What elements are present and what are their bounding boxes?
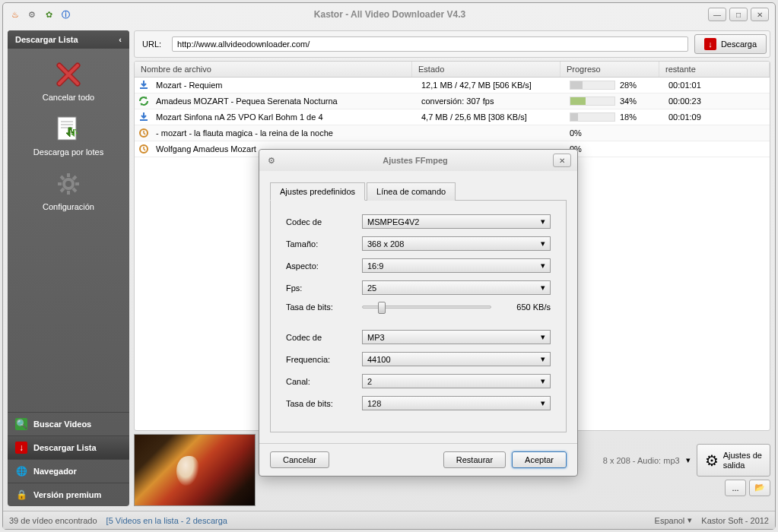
nav-premium[interactable]: 🔒 Versión premium bbox=[8, 483, 129, 506]
status-found: 39 de vídeo encontrado bbox=[9, 516, 97, 525]
sidebar-header: Descargar Lista ‹ bbox=[8, 30, 129, 49]
audio-bitrate-select[interactable]: 128▾ bbox=[362, 396, 551, 410]
globe-icon: 🌐 bbox=[15, 465, 27, 477]
window-title: Kastor - All Video Downloader V4.3 bbox=[71, 9, 708, 20]
chevron-down-icon: ▾ bbox=[687, 515, 692, 525]
output-settings-button[interactable]: ⚙ Ajustes de salida bbox=[697, 444, 770, 476]
channel-select[interactable]: 2▾ bbox=[362, 374, 551, 388]
collapse-icon[interactable]: ‹ bbox=[119, 35, 122, 44]
chevron-down-icon: ▾ bbox=[541, 217, 545, 226]
dialog-cancel-button[interactable]: Cancelar bbox=[270, 451, 329, 468]
cell-remaining bbox=[662, 131, 770, 135]
aspect-label: Aspecto: bbox=[286, 261, 354, 271]
table-row[interactable]: Amadeus MOZART - Pequea Serenata Nocturn… bbox=[135, 93, 770, 109]
cell-name: Mozart - Requiem bbox=[150, 79, 415, 91]
nav-download-list[interactable]: ↓ Descargar Lista bbox=[8, 435, 129, 459]
nav-download-label: Descargar Lista bbox=[33, 443, 97, 452]
puzzle-icon[interactable]: ✿ bbox=[43, 8, 55, 21]
sidebar: Descargar Lista ‹ Cancelar todo Descarga… bbox=[8, 30, 129, 506]
cell-progress: 0% bbox=[564, 127, 662, 139]
cell-state bbox=[415, 131, 564, 135]
gear-icon[interactable]: ⚙ bbox=[26, 8, 38, 21]
video-codec-label: Codec de bbox=[286, 217, 354, 226]
cancel-icon bbox=[53, 59, 84, 90]
row-status-icon bbox=[138, 96, 150, 106]
chevron-down-icon: ▾ bbox=[541, 283, 545, 293]
flame-icon[interactable]: ♨ bbox=[9, 8, 21, 21]
dialog-close-button[interactable]: ✕ bbox=[553, 154, 571, 167]
audio-codec-select[interactable]: MP3▾ bbox=[362, 330, 551, 344]
minimize-button[interactable]: — bbox=[708, 8, 726, 21]
cell-state: 12,1 MB / 42,7 MB [506 KB/s] bbox=[415, 79, 564, 91]
aspect-select[interactable]: 16:9▾ bbox=[362, 258, 551, 273]
cell-progress: 28% bbox=[564, 79, 662, 91]
url-input[interactable] bbox=[172, 36, 688, 52]
nav-browser-label: Navegador bbox=[33, 467, 77, 476]
row-status-icon bbox=[138, 112, 150, 122]
more-button[interactable]: ... bbox=[725, 480, 746, 496]
frequency-label: Frequencia: bbox=[286, 355, 354, 364]
table-row[interactable]: - mozart - la flauta magica - la reina d… bbox=[135, 125, 770, 141]
download-arrow-icon: ↓ bbox=[704, 38, 716, 50]
batch-download-button[interactable]: Descarga por lotes bbox=[30, 111, 106, 160]
table-row[interactable]: Mozart Sinfona nA 25 VPO Karl Bohm 1 de … bbox=[135, 109, 770, 125]
video-bitrate-slider[interactable] bbox=[362, 306, 491, 309]
nav-browser[interactable]: 🌐 Navegador bbox=[8, 459, 129, 483]
chevron-down-icon: ▾ bbox=[541, 332, 545, 342]
cell-progress: 18% bbox=[564, 111, 662, 123]
language-selector[interactable]: Espanol ▾ bbox=[655, 515, 693, 525]
cancel-all-label: Cancelar todo bbox=[43, 93, 95, 102]
titlebar: ♨ ⚙ ✿ ⓘ Kastor - All Video Downloader V4… bbox=[3, 3, 775, 26]
fps-label: Fps: bbox=[286, 283, 354, 293]
size-select[interactable]: 368 x 208▾ bbox=[362, 236, 551, 251]
cell-remaining: 00:01:09 bbox=[662, 111, 770, 123]
nav-search-videos[interactable]: 🔍 Buscar Videos bbox=[8, 412, 129, 435]
close-button[interactable]: ✕ bbox=[751, 8, 769, 21]
svg-point-1 bbox=[64, 179, 73, 188]
cell-name: Amadeus MOZART - Pequea Serenata Nocturn… bbox=[150, 95, 415, 107]
open-folder-button[interactable]: 📂 bbox=[749, 480, 770, 496]
gear-icon: ⚙ bbox=[705, 451, 719, 470]
col-header-remaining[interactable]: restante bbox=[659, 62, 770, 77]
maximize-button[interactable]: □ bbox=[729, 8, 748, 21]
audio-bitrate-label: Tasa de bits: bbox=[286, 399, 354, 408]
dialog-restore-button[interactable]: Restaurar bbox=[443, 451, 506, 468]
video-bitrate-value: 650 KB/s bbox=[497, 302, 551, 312]
download-icon: ↓ bbox=[15, 442, 27, 454]
col-header-progress[interactable]: Progreso bbox=[560, 62, 659, 77]
ffmpeg-settings-dialog: ⚙ Ajustes FFmpeg ✕ Ajustes predefinidos … bbox=[259, 149, 578, 477]
url-bar: URL: ↓ Descarga bbox=[134, 30, 770, 58]
frequency-select[interactable]: 44100▾ bbox=[362, 352, 551, 366]
chevron-down-icon: ▾ bbox=[541, 239, 545, 249]
channel-label: Canal: bbox=[286, 377, 354, 386]
cell-remaining bbox=[662, 147, 770, 150]
dialog-gear-icon: ⚙ bbox=[265, 154, 278, 166]
download-button[interactable]: ↓ Descarga bbox=[694, 34, 767, 54]
dialog-accept-button[interactable]: Aceptar bbox=[512, 451, 567, 468]
fps-select[interactable]: 25▾ bbox=[362, 280, 551, 295]
col-header-name[interactable]: Nombre de archivo bbox=[135, 62, 412, 77]
slider-thumb[interactable] bbox=[378, 302, 386, 314]
col-header-state[interactable]: Estado bbox=[412, 62, 560, 77]
batch-icon bbox=[53, 114, 84, 144]
tab-presets[interactable]: Ajustes predefinidos bbox=[270, 182, 365, 201]
batch-label: Descarga por lotes bbox=[33, 147, 103, 157]
cell-name: - mozart - la flauta magica - la reina d… bbox=[150, 127, 415, 139]
search-icon: 🔍 bbox=[15, 418, 27, 430]
preview-thumbnail[interactable] bbox=[134, 434, 256, 506]
table-row[interactable]: Mozart - Requiem12,1 MB / 42,7 MB [506 K… bbox=[135, 78, 770, 93]
info-icon[interactable]: ⓘ bbox=[59, 8, 71, 21]
config-gear-icon bbox=[53, 169, 84, 199]
cell-remaining: 00:01:01 bbox=[662, 79, 770, 91]
output-format-text: 8 x 208 - Audio: mp3 bbox=[603, 456, 680, 465]
tab-cmdline[interactable]: Línea de comando bbox=[367, 182, 456, 201]
folder-icon: 📂 bbox=[754, 483, 765, 492]
lock-icon: 🔒 bbox=[15, 489, 27, 501]
status-copyright: Kastor Soft - 2012 bbox=[701, 516, 769, 525]
config-button[interactable]: Configuración bbox=[40, 166, 97, 214]
format-dropdown-icon[interactable]: ▾ bbox=[683, 455, 694, 465]
cell-state: conversión: 307 fps bbox=[415, 95, 564, 107]
video-codec-select[interactable]: MSMPEG4V2▾ bbox=[362, 214, 551, 229]
cancel-all-button[interactable]: Cancelar todo bbox=[40, 56, 98, 105]
audio-codec-label: Codec de bbox=[286, 333, 354, 342]
